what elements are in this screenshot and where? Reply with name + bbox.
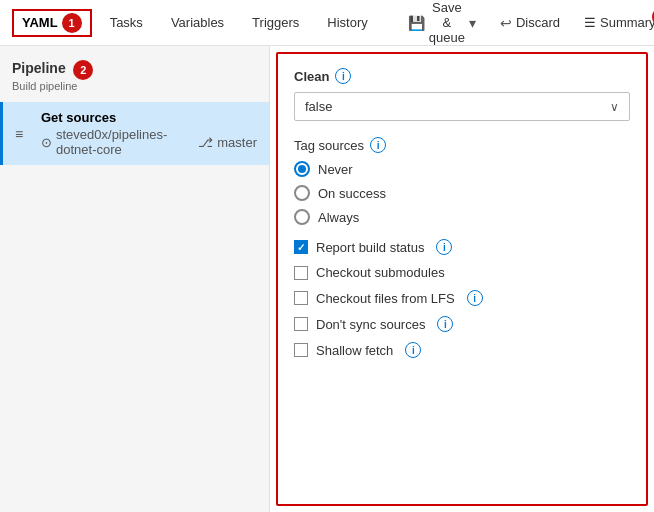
tab-tasks[interactable]: Tasks [96,0,157,45]
radio-never[interactable]: Never [294,161,630,177]
radio-never-outer [294,161,310,177]
checkbox-dont-sync-box [294,317,308,331]
checkbox-report-label: Report build status [316,240,424,255]
item-repo: steved0x/pipelines-dotnet-core [56,127,194,157]
report-info-icon[interactable]: i [436,239,452,255]
tag-sources-section: Tag sources i Never On success Always [294,137,630,225]
checkbox-lfs-label: Checkout files from LFS [316,291,455,306]
item-meta: ⊙ steved0x/pipelines-dotnet-core ⎇ maste… [41,127,257,157]
pipeline-subtitle: Build pipeline [12,80,257,92]
radio-never-label: Never [318,162,353,177]
save-dropdown-arrow: ▾ [469,15,476,31]
clean-info-icon[interactable]: i [335,68,351,84]
tab-triggers[interactable]: Triggers [238,0,313,45]
clean-dropdown[interactable]: false ∨ [294,92,630,121]
checkbox-checkout-lfs[interactable]: Checkout files from LFS i [294,290,630,306]
pipeline-header: Pipeline 2 Build pipeline [0,56,269,102]
radio-always-label: Always [318,210,359,225]
right-panel: Clean i false ∨ Tag sources i Never [276,52,648,506]
get-sources-item[interactable]: ≡ Get sources ⊙ steved0x/pipelines-dotne… [0,102,269,165]
checkbox-report-build-status[interactable]: ✓ Report build status i [294,239,630,255]
yaml-label: YAML [22,15,58,30]
checkbox-dont-sync-label: Don't sync sources [316,317,425,332]
tag-sources-label-row: Tag sources i [294,137,630,153]
dont-sync-info-icon[interactable]: i [437,316,453,332]
clean-label-row: Clean i [294,68,630,84]
check-icon: ✓ [297,242,305,253]
radio-group: Never On success Always [294,161,630,225]
clean-dropdown-arrow-icon: ∨ [610,100,619,114]
yaml-badge: 1 [62,13,82,33]
clean-label-text: Clean [294,69,329,84]
yaml-tab[interactable]: YAML 1 [12,9,92,37]
main-layout: Pipeline 2 Build pipeline ≡ Get sources … [0,46,654,512]
pipeline-title-text: Pipeline [12,60,66,76]
lfs-info-icon[interactable]: i [467,290,483,306]
top-bar: YAML 1 Tasks Variables Triggers History … [0,0,654,46]
item-name: Get sources [41,110,257,125]
save-queue-label: Save & queue [429,0,465,45]
checkbox-report-box: ✓ [294,240,308,254]
shallow-info-icon[interactable]: i [405,342,421,358]
sidebar-item-content: Get sources ⊙ steved0x/pipelines-dotnet-… [41,110,257,157]
checkbox-checkout-submodules[interactable]: Checkout submodules [294,265,630,280]
discard-button[interactable]: ↩ Discard [490,11,570,35]
sidebar: Pipeline 2 Build pipeline ≡ Get sources … [0,46,270,512]
discard-icon: ↩ [500,15,512,31]
repo-icon: ⊙ [41,135,52,150]
tag-sources-label-text: Tag sources [294,138,364,153]
checkbox-dont-sync[interactable]: Don't sync sources i [294,316,630,332]
radio-on-success-label: On success [318,186,386,201]
pipeline-badge: 2 [73,60,93,80]
radio-never-inner [298,165,306,173]
clean-section: Clean i false ∨ [294,68,630,121]
save-icon: 💾 [408,15,425,31]
branch-icon: ⎇ [198,135,213,150]
radio-always[interactable]: Always [294,209,630,225]
tab-history[interactable]: History [313,0,381,45]
checkbox-submodules-box [294,266,308,280]
save-queue-button[interactable]: 💾 Save & queue ▾ [398,0,486,49]
tab-variables[interactable]: Variables [157,0,238,45]
tag-sources-info-icon[interactable]: i [370,137,386,153]
summary-label: Summary [600,15,654,30]
item-branch: master [217,135,257,150]
checkbox-shallow-fetch[interactable]: Shallow fetch i [294,342,630,358]
radio-on-success-outer [294,185,310,201]
radio-on-success[interactable]: On success [294,185,630,201]
checkbox-submodules-label: Checkout submodules [316,265,445,280]
radio-always-outer [294,209,310,225]
list-icon: ≡ [15,126,33,142]
menu-icon: ☰ [584,15,596,30]
summary-button[interactable]: ☰ Summary 3 [574,11,654,34]
checkbox-group: ✓ Report build status i Checkout submodu… [294,239,630,358]
checkbox-shallow-label: Shallow fetch [316,343,393,358]
discard-label: Discard [516,15,560,30]
clean-value: false [305,99,332,114]
checkbox-shallow-box [294,343,308,357]
checkbox-lfs-box [294,291,308,305]
